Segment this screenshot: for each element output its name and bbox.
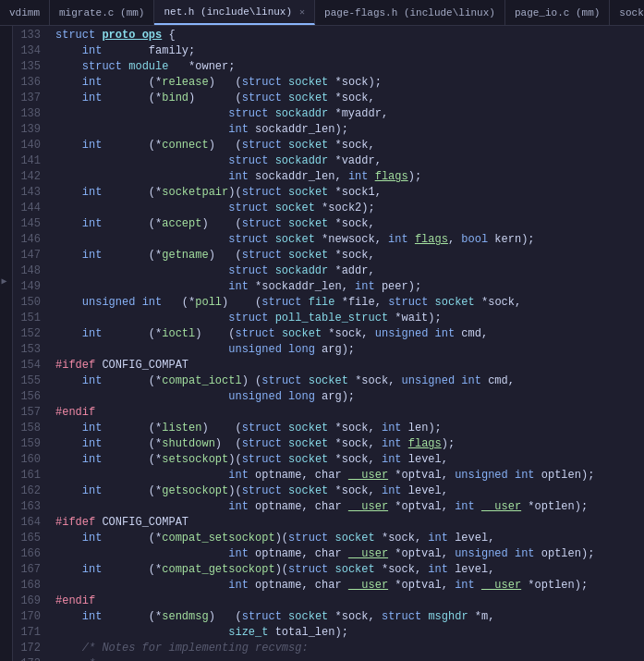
line-number: 141	[13, 153, 41, 169]
line-number: 143	[13, 185, 41, 201]
code-line: int *sockaddr_len, int peer);	[55, 279, 644, 295]
close-icon[interactable]: ✕	[299, 6, 305, 18]
code-line: struct poll_table_struct *wait);	[55, 311, 644, 326]
line-numbers: 1331341351361371381391401411421431441451…	[13, 26, 46, 661]
code-line: int optname, char __user *optval, unsign…	[55, 546, 644, 562]
line-number: 167	[13, 562, 41, 578]
tab-vdimm[interactable]: vdimm	[0, 0, 50, 25]
line-number: 156	[13, 389, 41, 405]
line-number: 150	[13, 295, 41, 311]
code-line: int (*sendmsg) (struct socket *sock, str…	[55, 609, 644, 625]
tab-net-h[interactable]: net.h (include\linux) ✕	[154, 0, 315, 25]
code-line: int optname, char __user *optval, unsign…	[55, 468, 644, 484]
code-line: struct sockaddr *myaddr,	[55, 106, 644, 122]
code-line: int (*release) (struct socket *sock);	[55, 75, 644, 91]
line-number: 151	[13, 311, 41, 326]
code-line: #ifdef CONFIG_COMPAT	[55, 358, 644, 373]
line-number: 153	[13, 342, 41, 358]
line-number: 169	[13, 594, 41, 609]
line-number: 164	[13, 515, 41, 531]
code-area[interactable]: struct proto_ops { int family; struct mo…	[46, 26, 644, 661]
line-number: 133	[13, 28, 41, 43]
tab-migrate[interactable]: migrate.c (mm)	[50, 0, 154, 25]
line-number: 170	[13, 609, 41, 625]
tab-socket-c[interactable]: socket.c (net)	[610, 0, 644, 25]
tab-label: socket.c (net)	[619, 7, 644, 18]
tab-label: page_io.c (mm)	[515, 7, 600, 18]
code-line: unsigned long arg);	[55, 389, 644, 405]
code-line: struct sockaddr *vaddr,	[55, 153, 644, 169]
line-number: 145	[13, 216, 41, 232]
line-number: 163	[13, 499, 41, 515]
line-number: 147	[13, 248, 41, 263]
code-line: struct socket *sock2);	[55, 201, 644, 216]
code-line: int (*connect) (struct socket *sock,	[55, 138, 644, 153]
line-number: 140	[13, 138, 41, 153]
line-number: 161	[13, 468, 41, 484]
line-number: 138	[13, 106, 41, 122]
code-line: int (*bind) (struct socket *sock,	[55, 91, 644, 106]
code-line: int (*socketpair)(struct socket *sock1,	[55, 185, 644, 201]
line-number: 146	[13, 232, 41, 248]
tab-page-io[interactable]: page_io.c (mm)	[505, 0, 610, 25]
tab-label: vdimm	[9, 7, 40, 18]
tab-label: page-flags.h (include\linux)	[324, 7, 495, 18]
code-line: int (*accept) (struct socket *sock,	[55, 216, 644, 232]
code-line: #ifdef CONFIG_COMPAT	[55, 515, 644, 531]
line-number: 155	[13, 373, 41, 389]
code-line: unsigned long arg);	[55, 342, 644, 358]
editor-container: ▶ 13313413513613713813914014114214314414…	[0, 26, 644, 661]
line-number: 165	[13, 531, 41, 546]
line-number: 134	[13, 43, 41, 59]
code-line: struct socket *newsock, int flags, bool …	[55, 232, 644, 248]
line-number: 139	[13, 122, 41, 138]
line-number: 136	[13, 75, 41, 91]
code-line: int sockaddr_len);	[55, 122, 644, 138]
line-number: 144	[13, 201, 41, 216]
code-line: struct sockaddr *addr,	[55, 263, 644, 279]
code-line: #endif	[55, 594, 644, 609]
code-line: struct module *owner;	[55, 59, 644, 75]
tab-label: net.h (include\linux)	[164, 6, 292, 18]
code-line: int (*compat_getsockopt)(struct socket *…	[55, 562, 644, 578]
gutter-arrow: ▶	[2, 277, 11, 287]
line-number: 168	[13, 578, 41, 594]
tab-page-flags[interactable]: page-flags.h (include\linux)	[315, 0, 505, 25]
line-number: 149	[13, 279, 41, 295]
code-line: int (*compat_ioctl) (struct socket *sock…	[55, 373, 644, 389]
line-number: 173	[13, 656, 41, 661]
line-number: 172	[13, 641, 41, 656]
code-line: int sockaddr_len, int flags);	[55, 169, 644, 185]
line-number: 135	[13, 59, 41, 75]
code-line: int (*listen) (struct socket *sock, int …	[55, 421, 644, 436]
gutter: ▶	[0, 26, 13, 661]
code-line: int (*compat_setsockopt)(struct socket *…	[55, 531, 644, 546]
code-line: int (*setsockopt)(struct socket *sock, i…	[55, 452, 644, 468]
line-number: 162	[13, 484, 41, 499]
line-number: 142	[13, 169, 41, 185]
line-number: 166	[13, 546, 41, 562]
tab-bar: vdimm migrate.c (mm) net.h (include\linu…	[0, 0, 644, 26]
code-line: int optname, char __user *optval, int __…	[55, 578, 644, 594]
line-number: 148	[13, 263, 41, 279]
code-line: #endif	[55, 405, 644, 421]
code-line: int (*shutdown) (struct socket *sock, in…	[55, 436, 644, 452]
code-line: size_t total_len);	[55, 625, 644, 641]
code-line: int family;	[55, 43, 644, 59]
tab-label: migrate.c (mm)	[59, 7, 144, 18]
line-number: 171	[13, 625, 41, 641]
code-line: int (*getsockopt)(struct socket *sock, i…	[55, 484, 644, 499]
code-line: struct proto_ops {	[55, 28, 644, 43]
line-number: 160	[13, 452, 41, 468]
code-line: int (*getname) (struct socket *sock,	[55, 248, 644, 263]
line-number: 152	[13, 326, 41, 342]
code-line: int optname, char __user *optval, int __…	[55, 499, 644, 515]
line-number: 154	[13, 358, 41, 373]
code-line: unsigned int (*poll) (struct file *file,…	[55, 295, 644, 311]
code-line: int (*ioctl) (struct socket *sock, unsig…	[55, 326, 644, 342]
code-line: * ===============================	[55, 656, 644, 661]
line-number: 137	[13, 91, 41, 106]
line-number: 158	[13, 421, 41, 436]
line-number: 157	[13, 405, 41, 421]
code-line: /* Notes for implementing recvmsg:	[55, 641, 644, 656]
